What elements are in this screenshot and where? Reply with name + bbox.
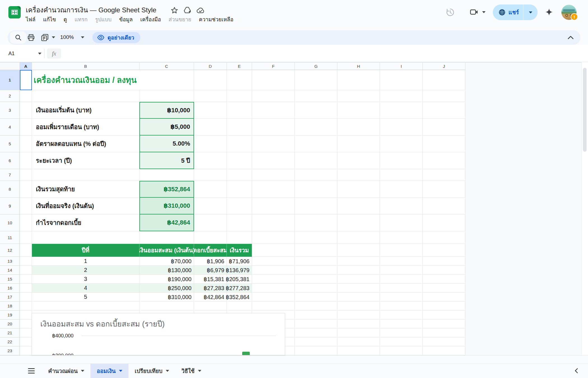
- cell-E10[interactable]: [227, 214, 252, 231]
- cell-F4[interactable]: [252, 119, 295, 136]
- cell-I13[interactable]: [380, 257, 423, 266]
- cell-J19[interactable]: [423, 311, 465, 319]
- cell-A19[interactable]: [20, 311, 32, 319]
- cell-C4[interactable]: ฿5,000: [139, 119, 194, 136]
- sheet-tab-savings-active[interactable]: ออมเงิน: [90, 364, 128, 378]
- cell-J12[interactable]: [423, 244, 465, 257]
- cell-A23[interactable]: [20, 346, 32, 355]
- cell-F15[interactable]: [252, 275, 295, 284]
- cell-G22[interactable]: [295, 337, 337, 346]
- cell-F18[interactable]: [252, 302, 295, 311]
- column-header-A[interactable]: A: [20, 62, 32, 70]
- cell-F17[interactable]: [252, 293, 295, 302]
- cell-D11[interactable]: [194, 231, 227, 244]
- cell-F12[interactable]: [252, 244, 295, 257]
- cell-A22[interactable]: [20, 337, 32, 346]
- cell-C13[interactable]: ฿70,000: [139, 257, 194, 266]
- cell-I3[interactable]: [380, 102, 423, 119]
- cell-D13[interactable]: ฿1,906: [194, 257, 227, 266]
- cell-I23[interactable]: [380, 346, 423, 355]
- cell-F7[interactable]: [252, 169, 295, 181]
- cell-C2[interactable]: [139, 90, 194, 102]
- cell-I2[interactable]: [380, 90, 423, 102]
- column-header-D[interactable]: D: [194, 62, 227, 70]
- cell-B6[interactable]: ระยะเวลา (ปี): [32, 152, 139, 169]
- cell-B9[interactable]: เงินที่ออมจริง (เงินต้น): [32, 198, 139, 214]
- cell-D6[interactable]: [194, 152, 227, 169]
- row-header-7[interactable]: 7: [0, 169, 20, 181]
- cell-J21[interactable]: [423, 328, 465, 337]
- row-header-5[interactable]: 5: [0, 136, 20, 152]
- cell-H7[interactable]: [337, 169, 380, 181]
- cell-A12[interactable]: [20, 244, 32, 257]
- cell-B2[interactable]: [32, 90, 139, 102]
- sheet-tab-loan[interactable]: คำนวณผ่อน: [42, 364, 90, 378]
- cell-F8[interactable]: [252, 181, 295, 198]
- cell-H21[interactable]: [337, 328, 380, 337]
- cell-H4[interactable]: [337, 119, 380, 136]
- cell-E2[interactable]: [227, 90, 252, 102]
- cell-B7[interactable]: [32, 169, 139, 181]
- cell-E9[interactable]: [227, 198, 252, 214]
- cell-C14[interactable]: ฿130,000: [139, 266, 194, 275]
- cell-J8[interactable]: [423, 181, 465, 198]
- sheets-logo[interactable]: [8, 6, 21, 18]
- cell-B15[interactable]: 3: [32, 275, 139, 284]
- menu-view[interactable]: ดู: [64, 15, 67, 24]
- row-header-13[interactable]: 13: [0, 257, 20, 266]
- cell-C12[interactable]: เงินออมสะสม (เงินต้น): [139, 244, 194, 257]
- vertical-scrollbar-thumb[interactable]: [583, 68, 587, 152]
- cell-G12[interactable]: [295, 244, 337, 257]
- menu-help[interactable]: ความช่วยเหลือ: [199, 15, 233, 24]
- cell-J10[interactable]: [423, 214, 465, 231]
- cell-B8[interactable]: เงินรวมสุดท้าย: [32, 181, 139, 198]
- cell-H16[interactable]: [337, 284, 380, 293]
- cell-I18[interactable]: [380, 302, 423, 311]
- cell-I5[interactable]: [380, 136, 423, 152]
- cell-A21[interactable]: [20, 328, 32, 337]
- cell-G5[interactable]: [295, 136, 337, 152]
- cell-E7[interactable]: [227, 169, 252, 181]
- cell-I16[interactable]: [380, 284, 423, 293]
- cell-D12[interactable]: ดอกเบี้ยสะสม: [194, 244, 227, 257]
- row-header-22[interactable]: 22: [0, 337, 20, 346]
- cell-H18[interactable]: [337, 302, 380, 311]
- cell-D14[interactable]: ฿6,979: [194, 266, 227, 275]
- cell-H20[interactable]: [337, 319, 380, 328]
- document-title[interactable]: เครื่องคำนวณการเงิน — Google Sheet Style: [26, 4, 156, 15]
- row-header-21[interactable]: 21: [0, 328, 20, 337]
- cell-F9[interactable]: [252, 198, 295, 214]
- cell-J7[interactable]: [423, 169, 465, 181]
- cell-H17[interactable]: [337, 293, 380, 302]
- cell-A5[interactable]: [20, 136, 32, 152]
- menu-file[interactable]: ไฟล์: [26, 15, 36, 24]
- cell-J22[interactable]: [423, 337, 465, 346]
- cell-B12[interactable]: ปีที่: [32, 244, 139, 257]
- cell-J23[interactable]: [423, 346, 465, 355]
- cell-B17[interactable]: 5: [32, 293, 139, 302]
- cell-H10[interactable]: [337, 214, 380, 231]
- cell-E8[interactable]: [227, 181, 252, 198]
- cell-F5[interactable]: [252, 136, 295, 152]
- cell-F11[interactable]: [252, 231, 295, 244]
- cell-I7[interactable]: [380, 169, 423, 181]
- format-caret-icon[interactable]: [52, 36, 55, 38]
- menu-edit[interactable]: แก้ไข: [43, 15, 56, 24]
- cloud-saved-icon[interactable]: [196, 6, 205, 15]
- cell-G20[interactable]: [295, 319, 337, 328]
- cell-F1[interactable]: [252, 70, 295, 90]
- cell-J6[interactable]: [423, 152, 465, 169]
- cell-E17[interactable]: ฿352,864: [227, 293, 252, 302]
- menu-data[interactable]: ข้อมูล: [119, 15, 133, 24]
- column-header-H[interactable]: H: [337, 62, 380, 70]
- cell-I10[interactable]: [380, 214, 423, 231]
- cell-E16[interactable]: ฿277,283: [227, 284, 252, 293]
- column-header-B[interactable]: B: [32, 62, 139, 70]
- select-all-corner[interactable]: [0, 62, 20, 70]
- function-button[interactable]: fx: [47, 48, 61, 59]
- column-header-F[interactable]: F: [252, 62, 295, 70]
- sheet-tab-caret-icon[interactable]: [166, 370, 169, 372]
- cell-F10[interactable]: [252, 214, 295, 231]
- cell-H14[interactable]: [337, 266, 380, 275]
- cell-A11[interactable]: [20, 231, 32, 244]
